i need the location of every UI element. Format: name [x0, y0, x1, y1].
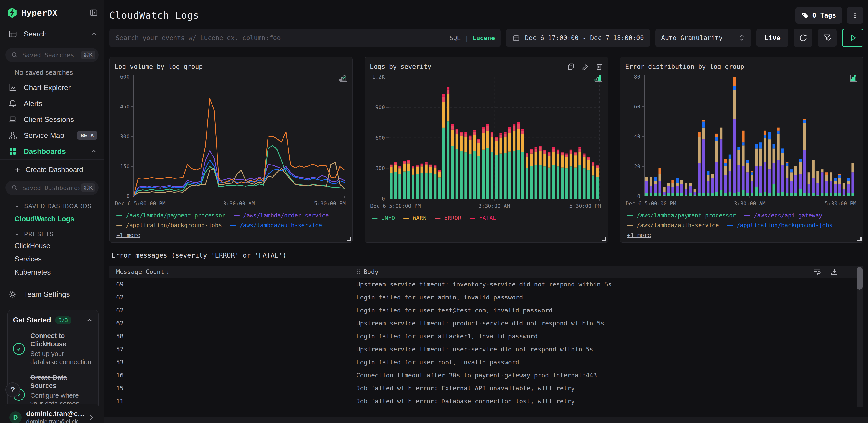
- svg-text:Dec 6 5:00:00 PM: Dec 6 5:00:00 PM: [370, 203, 421, 209]
- drag-handle-icon[interactable]: [356, 269, 360, 275]
- legend-item[interactable]: /application/background-jobs: [727, 222, 833, 229]
- legend-label: /application/background-jobs: [126, 222, 222, 229]
- table-row[interactable]: 15Job failed with error: External API un…: [109, 382, 863, 395]
- legend-item[interactable]: /aws/lambda/auth-service: [230, 222, 322, 229]
- event-search-input[interactable]: [115, 34, 450, 42]
- saved-dashboards-input[interactable]: [22, 184, 81, 192]
- live-button[interactable]: Live: [756, 29, 788, 47]
- service-map-icon: [8, 131, 18, 140]
- table-scrollbar-thumb[interactable]: [857, 267, 863, 290]
- tags-button[interactable]: 0 Tags: [795, 7, 842, 24]
- table-row[interactable]: 69Upstream service timeout: inventory-se…: [109, 278, 863, 291]
- chevron-up-icon[interactable]: [90, 31, 97, 37]
- legend-swatch: [435, 218, 441, 219]
- sidebar-item-team-settings[interactable]: Team Settings: [0, 286, 104, 302]
- chart-legend: /aws/lambda/payment-processor/aws/lambda…: [115, 209, 347, 238]
- sidebar-item-service-map[interactable]: Service Map BETA: [0, 128, 104, 143]
- event-search[interactable]: SQL | Lucene: [109, 29, 501, 47]
- legend-item[interactable]: ERROR: [435, 215, 461, 221]
- legend-label: /aws/ecs/api-gateway: [754, 212, 822, 219]
- chart-explorer-icon: [8, 83, 18, 92]
- help-button[interactable]: ?: [5, 383, 20, 397]
- svg-text:0: 0: [126, 193, 130, 199]
- sidebar-item-dashboards[interactable]: Dashboards: [0, 143, 104, 159]
- edit-panel-icon[interactable]: [581, 63, 589, 70]
- body-cell: Job failed with error: Database connecti…: [356, 398, 575, 405]
- table-row[interactable]: 62Login failed for user test@test.com, i…: [109, 304, 863, 317]
- legend-label: INFO: [381, 215, 395, 221]
- no-saved-searches-text: No saved searches: [14, 68, 104, 76]
- legend-more-link[interactable]: +1 more: [116, 232, 140, 238]
- legend-item[interactable]: /aws/ecs/api-gateway: [744, 212, 822, 219]
- refresh-button[interactable]: [794, 29, 812, 47]
- search-icon: [11, 51, 18, 59]
- chevron-up-icon[interactable]: [90, 148, 97, 155]
- legend-item[interactable]: WARN: [403, 215, 427, 221]
- table-row[interactable]: 58Login failed for user attacker1, inval…: [109, 330, 863, 343]
- preset-link-kubernetes[interactable]: Kubernetes: [14, 267, 104, 277]
- logs-by-severity-chart[interactable]: 03006009001.2KDec 6 5:00:00 PM3:30:00 AM…: [370, 72, 603, 212]
- legend-item[interactable]: /aws/lambda/payment-processor: [627, 212, 736, 219]
- table-row[interactable]: 57Upstream service timeout: user-service…: [109, 343, 863, 356]
- get-started-step-connect[interactable]: Connect to ClickHouse Set up your databa…: [13, 332, 93, 366]
- legend-swatch: [627, 215, 633, 216]
- presets-section[interactable]: PRESETS: [14, 231, 104, 237]
- wrap-text-icon[interactable]: [812, 268, 821, 276]
- mode-separator: |: [465, 34, 468, 41]
- svg-text:Dec 6 5:00:00 PM: Dec 6 5:00:00 PM: [626, 201, 676, 206]
- lucene-mode-toggle[interactable]: Lucene: [473, 34, 495, 41]
- legend-item[interactable]: /aws/lambda/order-service: [234, 212, 329, 219]
- saved-searches-search[interactable]: ⌘K: [5, 48, 99, 62]
- legend-item[interactable]: FATAL: [469, 215, 496, 221]
- table-row[interactable]: 53Login failed for user root, invalid pa…: [109, 356, 863, 369]
- duplicate-panel-icon[interactable]: [567, 63, 575, 70]
- saved-searches-input[interactable]: [22, 51, 81, 59]
- body-cell: Upstream service timeout: product-servic…: [356, 320, 604, 327]
- delete-panel-icon[interactable]: [595, 63, 603, 70]
- sidebar-item-search[interactable]: Search: [0, 26, 104, 42]
- granularity-select[interactable]: Auto Granularity: [655, 29, 751, 47]
- date-range-picker[interactable]: Dec 6 17:00:00 - Dec 7 18:00:00: [506, 29, 650, 47]
- panel-resize-handle[interactable]: [857, 236, 862, 241]
- legend-item[interactable]: INFO: [372, 215, 395, 221]
- preset-link-clickhouse[interactable]: ClickHouse: [14, 241, 104, 251]
- panel-resize-handle[interactable]: [602, 236, 607, 241]
- table-scrollbar-track[interactable]: [857, 265, 863, 407]
- preset-link-services[interactable]: Services: [14, 254, 104, 264]
- tags-label: 0 Tags: [812, 11, 836, 19]
- log-volume-chart[interactable]: 0150300450600Dec 6 5:00:00 PM3:30:00 AM5…: [115, 72, 347, 209]
- filter-edit-button[interactable]: [818, 29, 837, 47]
- error-distribution-chart[interactable]: 020406080Dec 6 5:00:00 PM3:30:00 AM5:30:…: [625, 72, 858, 209]
- saved-dashboards-search[interactable]: ⌘K: [5, 180, 99, 195]
- legend-more-link[interactable]: +1 more: [627, 232, 651, 238]
- laptop-icon: [8, 115, 18, 124]
- sidebar-item-client-sessions[interactable]: Client Sessions: [0, 111, 104, 128]
- dashboard-link-cloudwatch-logs[interactable]: CloudWatch Logs: [14, 215, 104, 223]
- column-header-message-count[interactable]: Message Count ↓: [109, 268, 356, 275]
- sql-mode-toggle[interactable]: SQL: [450, 34, 461, 41]
- panel-resize-handle[interactable]: [347, 236, 351, 241]
- create-dashboard-button[interactable]: Create Dashboard: [0, 162, 104, 178]
- search-layout-icon: [8, 29, 18, 38]
- saved-dashboards-section[interactable]: SAVED DASHBOARDS: [14, 203, 104, 209]
- collapse-sidebar-button[interactable]: [89, 8, 98, 17]
- chevron-up-icon[interactable]: [86, 317, 93, 323]
- table-row[interactable]: 16Connection timeout after 30s to paymen…: [109, 369, 863, 382]
- table-row[interactable]: 62Upstream service timeout: product-serv…: [109, 317, 863, 330]
- dashboard-menu-button[interactable]: [846, 7, 863, 24]
- sidebar-item-alerts[interactable]: Alerts: [0, 95, 104, 111]
- message-count-cell: 16: [109, 372, 356, 379]
- table-row[interactable]: 11Job failed with error: Database connec…: [109, 395, 863, 408]
- column-header-body[interactable]: Body: [356, 268, 863, 275]
- download-icon[interactable]: [830, 268, 838, 276]
- horizontal-scrollbar[interactable]: [104, 417, 868, 423]
- sidebar-item-chart-explorer[interactable]: Chart Explorer: [0, 80, 104, 95]
- body-cell: Upstream service timeout: inventory-serv…: [356, 281, 612, 288]
- legend-item[interactable]: /application/background-jobs: [116, 222, 222, 229]
- user-menu[interactable]: D dominic.tran@clic... dominic.tran@clic…: [5, 404, 99, 423]
- run-query-button[interactable]: [842, 29, 863, 47]
- legend-item[interactable]: /aws/lambda/payment-processor: [116, 212, 225, 219]
- table-row[interactable]: 62Login failed for user admin, invalid p…: [109, 291, 863, 304]
- legend-swatch: [116, 225, 122, 226]
- legend-item[interactable]: /aws/lambda/auth-service: [627, 222, 719, 229]
